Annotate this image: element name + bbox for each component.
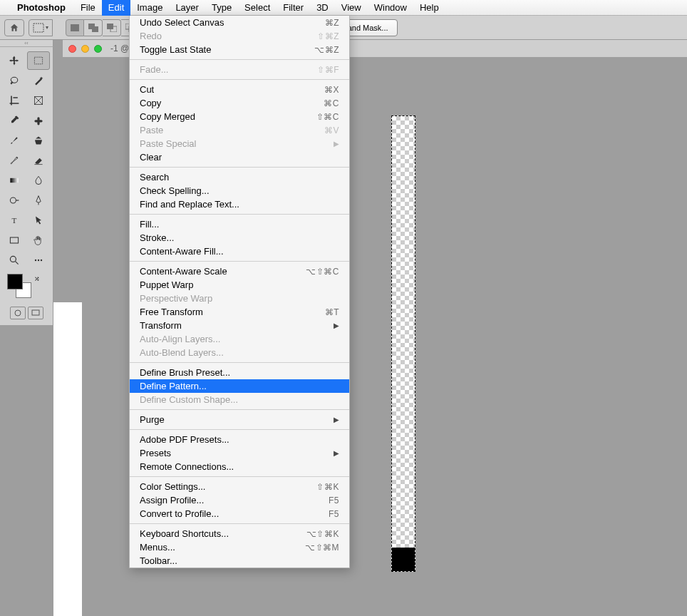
path-selection-tool[interactable] [27,211,50,230]
selection-new[interactable] [66,19,84,36]
menu-item-label: Transform [140,320,182,331]
menubar-item-view[interactable]: View [335,0,368,16]
submenu-arrow-icon: ▶ [334,140,339,148]
edit-menu-adobe-pdf-presets[interactable]: Adobe PDF Presets... [130,433,349,446]
svg-point-19 [35,260,36,261]
edit-menu-assign-profile[interactable]: Assign Profile...F5 [130,493,349,507]
edit-menu-copy[interactable]: Copy⌘C [130,96,349,110]
menu-item-label: Define Custom Shape... [140,394,238,405]
menubar-item-type[interactable]: Type [205,0,238,16]
menubar-item-window[interactable]: Window [368,0,413,16]
edit-menu-cut[interactable]: Cut⌘X [130,83,349,96]
menubar-item-image[interactable]: Image [130,0,169,16]
menu-item-label: Undo Select Canvas [140,17,224,28]
edit-menu-fill[interactable]: Fill... [130,217,349,231]
edit-menu-purge[interactable]: Purge▶ [130,413,349,426]
menubar-item-layer[interactable]: Layer [169,0,205,16]
menu-item-shortcut: ⌥⇧⌘M [305,543,339,553]
edit-menu-fade: Fade...⇧⌘F [130,63,349,76]
menu-item-label: Clear [140,152,162,163]
selection-subtract[interactable] [103,19,121,36]
edit-menu-search[interactable]: Search [130,170,349,184]
menubar-item-file[interactable]: File [74,0,102,16]
menu-item-label: Adobe PDF Presets... [140,434,229,445]
eraser-tool[interactable] [27,151,50,170]
menu-item-shortcut: ⇧⌘K [316,482,339,492]
frame-tool[interactable] [27,91,50,110]
gradient-tool[interactable] [3,171,26,190]
foreground-color-swatch[interactable] [7,274,23,289]
menu-item-label: Perspective Warp [140,293,212,304]
pen-tool[interactable] [27,191,50,210]
hand-tool[interactable] [27,231,50,250]
menubar-item-3d[interactable]: 3D [310,0,335,16]
edit-menu-remote-connections[interactable]: Remote Connections... [130,460,349,473]
tools-panel-dragbar[interactable]: ‹‹ [0,40,53,47]
edit-menu-presets[interactable]: Presets▶ [130,446,349,460]
swap-colors-icon[interactable]: ⤮ [34,275,40,282]
edit-menu-free-transform[interactable]: Free Transform⌘T [130,305,349,319]
tools-panel: T ⤮ [0,47,53,325]
menu-item-shortcut: ⌥⇧⌘K [306,529,339,539]
edit-menu-check-spelling[interactable]: Check Spelling... [130,184,349,197]
edit-menu-define-brush-preset[interactable]: Define Brush Preset... [130,366,349,379]
edit-menu-keyboard-shortcuts[interactable]: Keyboard Shortcuts...⌥⇧⌘K [130,527,349,540]
clone-stamp-tool[interactable] [27,131,50,150]
edit-menu-find-and-replace-text[interactable]: Find and Replace Text... [130,197,349,211]
menu-item-shortcut: ⇧⌘F [317,65,339,75]
menu-item-label: Presets [140,448,171,458]
brush-tool[interactable] [3,131,26,150]
app-name[interactable]: Photoshop [17,2,66,13]
quick-mask-mode-button[interactable] [10,307,26,319]
menu-separator [130,476,349,477]
color-swatches[interactable]: ⤮ [3,274,50,302]
window-close-icon[interactable] [68,45,76,53]
menubar-item-select[interactable]: Select [238,0,277,16]
menu-item-label: Menus... [140,542,175,553]
edit-menu-copy-merged[interactable]: Copy Merged⇧⌘C [130,110,349,123]
edit-menu-stroke[interactable]: Stroke... [130,231,349,245]
edit-menu-convert-to-profile[interactable]: Convert to Profile...F5 [130,507,349,520]
rectangular-marquee-tool[interactable] [27,51,50,70]
screen-mode-button[interactable] [28,307,43,319]
type-tool[interactable]: T [3,211,26,230]
edit-menu-undo-select-canvas[interactable]: Undo Select Canvas⌘Z [130,16,349,29]
edit-menu-define-pattern[interactable]: Define Pattern... [130,379,349,393]
spot-healing-brush-tool[interactable] [27,111,50,130]
menu-item-label: Auto-Blend Layers... [140,347,224,358]
rectangle-tool[interactable] [3,231,26,250]
edit-menu-transform[interactable]: Transform▶ [130,319,349,332]
blur-tool[interactable] [27,171,50,190]
selection-add[interactable] [84,19,103,36]
dodge-tool[interactable] [3,191,26,210]
edit-menu-puppet-warp[interactable]: Puppet Warp [130,278,349,292]
edit-menu-clear[interactable]: Clear [130,150,349,164]
edit-menu-toolbar[interactable]: Toolbar... [130,554,349,568]
marquee-tool-preset[interactable]: ▾ [29,19,53,36]
more-tools[interactable] [27,251,50,270]
menu-item-label: Convert to Profile... [140,508,219,519]
crop-tool[interactable] [3,91,26,110]
window-minimize-icon[interactable] [81,45,89,53]
menu-item-label: Check Spelling... [140,185,210,196]
eyedropper-tool[interactable] [3,111,26,130]
menu-item-label: Find and Replace Text... [140,199,239,210]
move-tool[interactable] [3,51,26,70]
history-brush-tool[interactable] [3,151,26,170]
menubar-item-help[interactable]: Help [413,0,445,16]
edit-menu-content-aware-scale[interactable]: Content-Aware Scale⌥⇧⌘C [130,265,349,278]
menubar-item-filter[interactable]: Filter [277,0,310,16]
edit-menu-menus[interactable]: Menus...⌥⇧⌘M [130,540,349,554]
zoom-tool[interactable] [3,251,26,270]
menubar-item-edit[interactable]: Edit [102,0,130,16]
magic-wand-tool[interactable] [27,71,50,90]
menu-item-label: Stroke... [140,232,174,243]
menu-item-label: Fill... [140,219,159,230]
lasso-tool[interactable] [3,71,26,90]
edit-menu-content-aware-fill[interactable]: Content-Aware Fill... [130,245,349,258]
home-button[interactable] [4,19,24,36]
menu-separator [130,79,349,80]
edit-menu-toggle-last-state[interactable]: Toggle Last State⌥⌘Z [130,43,349,56]
edit-menu-color-settings[interactable]: Color Settings...⇧⌘K [130,480,349,493]
window-zoom-icon[interactable] [94,45,102,53]
